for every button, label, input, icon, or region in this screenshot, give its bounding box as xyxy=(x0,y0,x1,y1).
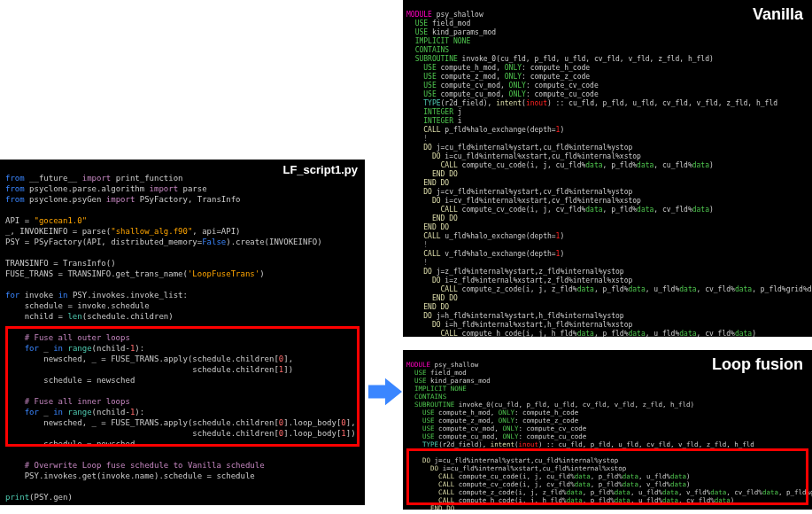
fusion-code: MODULE psy_shallow USE field_mod USE kin… xyxy=(406,361,808,510)
vanilla-code: MODULE psy_shallow USE field_mod USE kin… xyxy=(406,11,808,337)
svg-marker-0 xyxy=(368,378,402,405)
script-panel: LF_script1.py from __future__ import pri… xyxy=(0,160,365,505)
fusion-label: Loop fusion xyxy=(712,355,803,374)
vanilla-label: Vanilla xyxy=(753,5,803,24)
vanilla-panel: Vanilla MODULE psy_shallow USE field_mod… xyxy=(403,0,812,337)
script-code: from __future__ import print_function fr… xyxy=(5,173,360,502)
script-label: LF_script1.py xyxy=(282,163,358,176)
arrow-icon xyxy=(368,374,402,409)
fusion-panel: Loop fusion MODULE psy_shallow USE field… xyxy=(403,350,812,510)
